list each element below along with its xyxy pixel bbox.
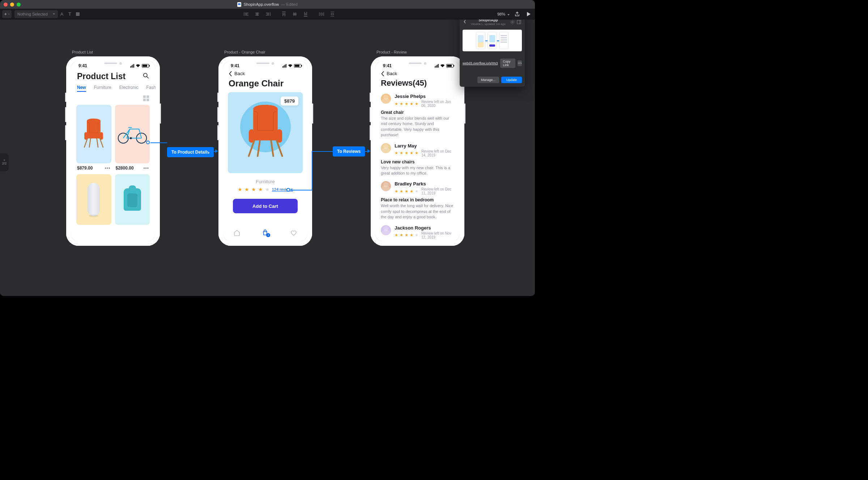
align-top-button[interactable] bbox=[280, 10, 288, 18]
align-bottom-button[interactable] bbox=[302, 10, 310, 18]
battery-icon bbox=[446, 64, 454, 68]
close-window-button[interactable] bbox=[4, 3, 8, 7]
review-item: Bradley Parks ★★★★★Review left on Dec 11… bbox=[375, 180, 460, 223]
flow-origin-dot[interactable] bbox=[146, 141, 150, 144]
window-titlebar: ShopinApp.overflow — Edited bbox=[0, 0, 535, 9]
battery-icon bbox=[294, 64, 301, 68]
settings-gear-icon[interactable] bbox=[510, 20, 515, 24]
tab-cart-icon[interactable]: 2 bbox=[261, 229, 269, 236]
tab-home-icon[interactable] bbox=[233, 229, 241, 236]
review-body: Well worth the long wait for delivery. N… bbox=[381, 203, 454, 220]
align-left-button[interactable] bbox=[242, 10, 250, 18]
text-button[interactable]: T bbox=[66, 10, 74, 18]
star-icon: ★ bbox=[400, 151, 403, 155]
minimize-window-button[interactable] bbox=[10, 3, 14, 7]
zoom-window-button[interactable] bbox=[17, 3, 21, 7]
star-icon: ★ bbox=[405, 102, 408, 106]
tab-fashion[interactable]: Fashion bbox=[146, 85, 156, 92]
product-card-speaker[interactable] bbox=[76, 174, 111, 225]
product-hero: $879 bbox=[228, 92, 303, 173]
star-icon: ★ bbox=[265, 187, 270, 192]
share-url[interactable]: webd3.overflow.io/s/IIN3 bbox=[463, 61, 498, 65]
phone-frame-product-detail[interactable]: 9:41 Back Orange Chair $879 bbox=[218, 56, 312, 246]
panel-back-button[interactable] bbox=[463, 20, 466, 24]
status-clock: 9:41 bbox=[78, 63, 87, 68]
phone-frame-product-list[interactable]: 9:41 Product List New Furniture Electron… bbox=[66, 56, 160, 246]
more-icon[interactable]: ••• bbox=[143, 166, 149, 171]
product-card-chair[interactable] bbox=[76, 105, 111, 163]
play-button[interactable] bbox=[525, 10, 533, 18]
back-button[interactable]: Back bbox=[223, 71, 308, 76]
review-body: Very happy with my new chair. This is a … bbox=[381, 165, 454, 176]
tab-new[interactable]: New bbox=[77, 85, 86, 92]
review-date: Review left on Jan 06, 2020 bbox=[421, 100, 454, 108]
review-date: Review left on Dec 14, 2019 bbox=[421, 149, 454, 157]
phone-frame-reviews[interactable]: 9:41 Back Reviews(45) Jessie Phelps ★★★★… bbox=[371, 56, 464, 246]
page-title: Product List bbox=[77, 72, 125, 81]
distribute-h-button[interactable] bbox=[318, 10, 326, 18]
review-item: Jackson Rogers ★★★★★Review left on Nov 1… bbox=[375, 224, 460, 241]
add-menu-button[interactable] bbox=[2, 10, 12, 18]
flow-label-to-product[interactable]: To Product Details bbox=[167, 147, 214, 157]
fill-button[interactable] bbox=[74, 10, 82, 18]
document-filename: ShopinApp.overflow bbox=[243, 2, 279, 7]
update-button[interactable]: Update bbox=[501, 77, 522, 83]
tab-favorites-icon[interactable] bbox=[290, 229, 297, 236]
manage-button[interactable]: Manage... bbox=[477, 77, 499, 83]
reviewer-name: Larry May bbox=[395, 143, 454, 149]
star-icon: ★ bbox=[415, 189, 418, 194]
rating-row: ★ ★ ★ ★ ★ 124 reviews bbox=[223, 187, 308, 192]
review-date: Review left on Dec 11, 2019 bbox=[421, 187, 454, 195]
align-right-button[interactable] bbox=[264, 10, 272, 18]
frame-label-3[interactable]: Product - Review bbox=[376, 50, 407, 54]
document-edited-indicator: — Edited bbox=[281, 2, 297, 7]
flow-origin-dot[interactable] bbox=[286, 188, 290, 192]
panel-layout-icon[interactable] bbox=[517, 20, 521, 24]
star-icon: ★ bbox=[415, 233, 418, 237]
frame-label-1[interactable]: Product List bbox=[72, 50, 93, 54]
wifi-icon bbox=[440, 64, 445, 68]
embed-button[interactable]: </> bbox=[518, 60, 522, 66]
frame-label-2[interactable]: Product - Orange Chair bbox=[224, 50, 265, 54]
tab-furniture[interactable]: Furniture bbox=[94, 85, 111, 92]
product-card-bag[interactable] bbox=[115, 174, 150, 225]
text-style-button[interactable] bbox=[58, 10, 66, 18]
star-icon: ★ bbox=[395, 233, 398, 237]
review-title: Great chair bbox=[381, 110, 454, 115]
tab-electronic[interactable]: Electronic bbox=[119, 85, 139, 92]
page-indicator[interactable]: 2/2 bbox=[0, 153, 9, 171]
star-icon: ★ bbox=[400, 102, 403, 106]
status-clock: 9:41 bbox=[383, 63, 392, 68]
design-canvas[interactable]: 2/2 Product List Product - Orange Chair … bbox=[0, 20, 535, 296]
more-icon[interactable]: ••• bbox=[105, 166, 111, 171]
copy-link-button[interactable]: Copy Link bbox=[500, 59, 516, 68]
flow-connector bbox=[208, 151, 215, 152]
distribute-v-button[interactable] bbox=[328, 10, 336, 18]
add-to-cart-button[interactable]: Add to Cart bbox=[233, 199, 298, 213]
product-price: $2800.00 bbox=[116, 166, 134, 171]
flow-connector bbox=[150, 142, 167, 143]
align-center-v-button[interactable] bbox=[291, 10, 299, 18]
flow-arrow-icon bbox=[367, 149, 370, 153]
category-tabs: New Furniture Electronic Fashion bbox=[71, 83, 156, 95]
align-center-h-button[interactable] bbox=[253, 10, 261, 18]
search-icon[interactable] bbox=[143, 73, 149, 80]
product-card-bike[interactable] bbox=[115, 105, 150, 163]
zoom-level[interactable]: 98% bbox=[497, 12, 510, 16]
app-toolbar: Nothing Selected T 98% bbox=[0, 9, 535, 20]
share-button[interactable] bbox=[513, 10, 521, 18]
star-icon: ★ bbox=[405, 233, 408, 237]
share-title: ShopinApp bbox=[468, 20, 508, 22]
review-date: Review left on Nov 12, 2019 bbox=[421, 231, 454, 239]
review-body: The size and color blends well with our … bbox=[381, 116, 454, 138]
selection-dropdown[interactable]: Nothing Selected bbox=[14, 10, 58, 18]
view-toggle-grid-icon[interactable] bbox=[143, 95, 149, 98]
wifi-icon bbox=[288, 64, 293, 68]
reviewer-name: Bradley Parks bbox=[395, 181, 454, 187]
review-title: Love new chairs bbox=[381, 159, 454, 164]
star-icon: ★ bbox=[405, 189, 408, 194]
star-icon: ★ bbox=[258, 187, 263, 192]
back-button[interactable]: Back bbox=[375, 71, 460, 76]
avatar bbox=[381, 143, 391, 153]
star-icon: ★ bbox=[400, 233, 403, 237]
